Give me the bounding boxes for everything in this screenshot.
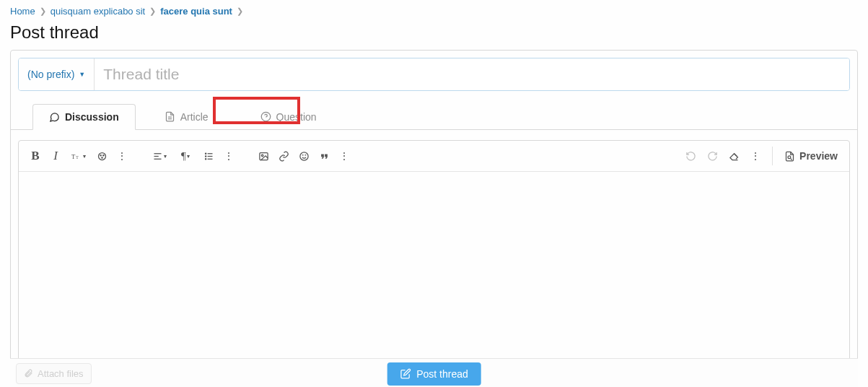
quote-button[interactable] xyxy=(315,147,333,165)
svg-text:T: T xyxy=(76,155,79,159)
attach-files-button[interactable]: Attach files xyxy=(16,363,92,384)
help-circle-icon xyxy=(260,111,271,122)
svg-point-22 xyxy=(302,155,303,155)
svg-point-18 xyxy=(205,158,206,159)
prefix-dropdown[interactable]: (No prefix) ▼ xyxy=(19,58,95,90)
svg-point-6 xyxy=(98,152,105,160)
svg-point-16 xyxy=(205,153,206,154)
svg-point-25 xyxy=(788,155,791,158)
thread-title-input[interactable] xyxy=(95,58,849,90)
redo-button[interactable] xyxy=(703,147,722,165)
file-text-icon xyxy=(165,111,175,122)
tab-article-label: Article xyxy=(180,111,209,123)
comments-icon xyxy=(49,112,60,123)
tab-discussion[interactable]: Discussion xyxy=(32,104,136,130)
editor: B I TT ▾ ⋮ ▾ ¶▾ xyxy=(18,140,850,368)
text-color-button[interactable] xyxy=(92,147,111,165)
svg-point-9 xyxy=(101,157,102,157)
title-row: (No prefix) ▼ xyxy=(18,58,850,91)
bold-button[interactable]: B xyxy=(26,147,45,165)
image-button[interactable] xyxy=(254,147,273,165)
chevron-right-icon: ❯ xyxy=(149,6,156,16)
undo-button[interactable] xyxy=(681,147,700,165)
chevron-right-icon: ❯ xyxy=(237,6,243,16)
post-thread-label: Post thread xyxy=(416,368,468,380)
svg-point-23 xyxy=(305,155,306,155)
link-button[interactable] xyxy=(274,147,293,165)
toolbar-separator xyxy=(772,147,773,165)
prefix-label: (No prefix) xyxy=(27,69,74,80)
svg-point-7 xyxy=(100,155,101,155)
caret-down-icon: ▼ xyxy=(79,71,85,78)
svg-line-26 xyxy=(791,158,792,160)
breadcrumb-level1[interactable]: quisquam explicabo sit xyxy=(51,6,146,17)
list-button[interactable] xyxy=(199,147,218,165)
editor-content[interactable] xyxy=(19,172,849,367)
form-footer: Attach files Post thread xyxy=(10,358,858,387)
editor-toolbar: B I TT ▾ ⋮ ▾ ¶▾ xyxy=(19,141,849,172)
align-button[interactable]: ▾ xyxy=(147,147,172,165)
breadcrumb-level2[interactable]: facere quia sunt xyxy=(160,6,232,17)
tab-question[interactable]: Question xyxy=(245,104,333,129)
chevron-right-icon: ❯ xyxy=(40,6,46,16)
preview-button[interactable]: Preview xyxy=(780,150,842,162)
more-insert-button[interactable]: ⋮ xyxy=(335,147,354,165)
breadcrumb: Home ❯ quisquam explicabo sit ❯ facere q… xyxy=(0,0,868,21)
tab-article[interactable]: Article xyxy=(149,104,224,129)
more-paragraph-button[interactable]: ⋮ xyxy=(219,147,238,165)
italic-button[interactable]: I xyxy=(46,147,65,165)
page-title: Post thread xyxy=(0,21,868,50)
svg-point-8 xyxy=(102,155,103,155)
thread-type-tabs: Discussion Article Question xyxy=(11,104,857,130)
font-size-button[interactable]: TT ▾ xyxy=(66,147,91,165)
emoji-button[interactable] xyxy=(294,147,313,165)
paragraph-button[interactable]: ¶▾ xyxy=(173,147,198,165)
more-format-button[interactable]: ⋮ xyxy=(113,147,131,165)
svg-text:T: T xyxy=(71,152,76,160)
tab-question-label: Question xyxy=(276,111,317,123)
tab-discussion-label: Discussion xyxy=(65,111,119,123)
svg-point-21 xyxy=(299,152,307,160)
preview-label: Preview xyxy=(799,150,838,162)
svg-point-17 xyxy=(205,155,206,156)
svg-point-20 xyxy=(261,155,263,157)
post-thread-button[interactable]: Post thread xyxy=(387,362,481,386)
post-form: (No prefix) ▼ Discussion Article xyxy=(10,50,858,375)
breadcrumb-home[interactable]: Home xyxy=(10,6,35,17)
more-misc-button[interactable]: ⋮ xyxy=(746,147,765,165)
svg-line-24 xyxy=(734,153,737,156)
attach-files-label: Attach files xyxy=(38,368,84,379)
erase-button[interactable] xyxy=(724,147,743,165)
